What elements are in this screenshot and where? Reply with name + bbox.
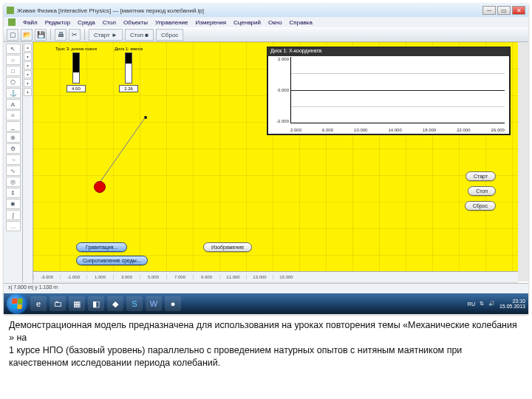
taskbar-word-icon[interactable]: W — [146, 296, 162, 311]
taskbar-skype-icon[interactable]: S — [126, 296, 143, 311]
separator — [84, 29, 85, 41]
gear-icon[interactable]: ✱ — [6, 199, 21, 209]
menubar: Файл Редактор Среда Стол Объекты Управле… — [4, 17, 528, 27]
slider[interactable] — [125, 52, 132, 83]
taskbar: e 🗀 ▦ ◧ ◆ S W ● RU ⇅ 🔊 23:10 15.05.2013 — [4, 293, 528, 314]
sm-icon[interactable]: • — [24, 79, 32, 87]
menu-help[interactable]: Справка — [290, 19, 313, 26]
simulation-canvas[interactable]: Трос 3: длина покоя 4.00 Диск 1: масса 2… — [33, 42, 518, 282]
gravity-button[interactable]: Гравитация... — [76, 242, 127, 252]
canvas-stop-button[interactable]: Стоп — [468, 186, 496, 196]
save-icon[interactable]: 💾 — [35, 29, 47, 41]
slider-fill — [73, 53, 79, 72]
chart-y-axis: 2.000 0.000 -2.000 — [270, 57, 289, 123]
system-tray[interactable]: RU ⇅ 🔊 23:10 15.05.2013 — [468, 299, 525, 309]
pendulum-bob[interactable] — [94, 181, 106, 193]
taskbar-explorer-icon[interactable]: 🗀 — [50, 296, 66, 311]
taskbar-ip-icon[interactable]: ● — [165, 296, 181, 311]
menu-edit[interactable]: Редактор — [45, 19, 70, 26]
value-box[interactable]: 2.26 — [119, 85, 138, 92]
status-xy: x| 7.800 m| y 1.100 m — [8, 284, 58, 290]
tray-net-icon[interactable]: ⇅ — [480, 301, 484, 307]
rope-icon[interactable]: ⎯ — [6, 121, 21, 132]
image-button[interactable]: Изображение — [203, 242, 252, 252]
joint-icon[interactable]: ⊕ — [6, 132, 21, 143]
open-icon[interactable]: 📂 — [21, 29, 33, 41]
menu-objects[interactable]: Объекты — [123, 19, 148, 26]
label: Диск 1: масса — [115, 47, 143, 51]
value-box[interactable]: 4.00 — [66, 85, 86, 92]
sm-icon[interactable]: • — [24, 70, 32, 78]
tool-palette-1: ↖ ○ □ ⬠ ⚓ A ≈ ⎯ ⊕ ⚙ → ∿ ◎ ⇕ ✱ ∫ … — [4, 42, 23, 292]
force-icon[interactable]: → — [6, 154, 21, 165]
chart-area — [290, 57, 505, 123]
app-window: Живая Физика [Interactive Physics] — [ма… — [4, 4, 528, 314]
misc-icon[interactable]: … — [6, 221, 21, 231]
sm-icon[interactable]: • — [24, 88, 32, 96]
label: Трос 3: длина покоя — [55, 47, 97, 51]
caption-text: Демонстрационная модель предназначена дл… — [9, 319, 523, 369]
print-icon[interactable]: 🖶 — [55, 29, 66, 41]
tool-palette-2: • • • • • • — [23, 42, 33, 292]
damper-icon[interactable]: ∿ — [6, 166, 21, 176]
menu-control[interactable]: Управление — [155, 19, 188, 26]
square-icon[interactable]: □ — [6, 66, 21, 76]
slider-rope-length: Трос 3: длина покоя 4.00 — [55, 47, 97, 92]
clock-date: 15.05.2013 — [499, 304, 525, 309]
status-bar: x| 7.800 m| y 1.100 m — [4, 283, 528, 293]
motor-icon[interactable]: ⚙ — [6, 143, 21, 154]
anchor-icon[interactable]: ⚓ — [6, 88, 21, 98]
doc-icon — [8, 18, 16, 26]
taskbar-app-icon[interactable]: ◧ — [88, 296, 104, 311]
menu-world[interactable]: Среда — [78, 19, 95, 26]
chart-series — [291, 90, 505, 91]
text-icon[interactable]: A — [6, 99, 21, 109]
lang-indicator[interactable]: RU — [468, 301, 475, 307]
reset-button[interactable]: Сброс — [156, 29, 183, 41]
resistance-button[interactable]: Сопротивление среды... — [76, 256, 148, 265]
minimize-button[interactable]: ─ — [482, 6, 496, 15]
new-icon[interactable]: ▢ — [7, 29, 18, 41]
actuator-icon[interactable]: ⇕ — [6, 188, 21, 198]
polygon-icon[interactable]: ⬠ — [6, 77, 21, 87]
stop-button[interactable]: Стоп ■ — [125, 29, 154, 41]
toolbar: ▢ 📂 💾 🖶 ✂ Старт ► Стоп ■ Сброс — [4, 27, 528, 42]
taskbar-app-icon[interactable]: ▦ — [69, 296, 85, 311]
menu-window[interactable]: Окно — [268, 19, 282, 26]
vertical-scrollbar[interactable] — [518, 42, 528, 282]
taskbar-app-icon[interactable]: ◆ — [107, 296, 123, 311]
canvas-wrap: Трос 3: длина покоя 4.00 Диск 1: масса 2… — [33, 42, 528, 292]
pointer-icon[interactable]: ↖ — [6, 44, 21, 54]
canvas-start-button[interactable]: Старт — [466, 171, 496, 181]
maximize-button[interactable]: ▭ — [497, 6, 511, 15]
sm-icon[interactable]: • — [24, 52, 32, 61]
slider-fill — [126, 53, 132, 64]
close-button[interactable]: ✕ — [512, 6, 525, 15]
menu-script[interactable]: Сценарий — [233, 19, 261, 26]
pulley-icon[interactable]: ◎ — [6, 177, 21, 187]
chart-panel[interactable]: Диск 1: X-координата 2.000 0.000 -2.000 … — [267, 47, 511, 135]
taskbar-ie-icon[interactable]: e — [30, 296, 47, 311]
menu-table[interactable]: Стол — [103, 19, 116, 26]
curve-icon[interactable]: ∫ — [6, 210, 21, 220]
sm-icon[interactable]: • — [24, 61, 32, 69]
run-button[interactable]: Старт ► — [89, 29, 123, 41]
separator — [50, 29, 51, 41]
canvas-reset-button[interactable]: Сброс — [465, 201, 496, 211]
slider-disk-mass: Диск 1: масса 2.26 — [115, 47, 143, 92]
window-title: Живая Физика [Interactive Physics] — [ма… — [17, 7, 482, 14]
menu-measure[interactable]: Измерения — [196, 19, 226, 26]
tray-vol-icon[interactable]: 🔊 — [488, 301, 495, 307]
spring-icon[interactable]: ≈ — [6, 110, 21, 120]
workspace: ↖ ○ □ ⬠ ⚓ A ≈ ⎯ ⊕ ⚙ → ∿ ◎ ⇕ ✱ ∫ … • • • … — [4, 42, 528, 292]
ruler-x: -3.000-1.0001.000 3.0005.0007.000 9.0001… — [33, 271, 518, 282]
slider[interactable] — [72, 52, 80, 83]
clock-time[interactable]: 23:10 — [499, 299, 525, 304]
chart-title: Диск 1: X-координата — [267, 47, 510, 56]
start-button[interactable] — [7, 293, 27, 314]
circle-icon[interactable]: ○ — [6, 55, 21, 65]
titlebar: Живая Физика [Interactive Physics] — [ма… — [4, 4, 528, 17]
cut-icon[interactable]: ✂ — [69, 29, 81, 41]
sm-icon[interactable]: • — [24, 44, 32, 52]
menu-file[interactable]: Файл — [23, 19, 38, 26]
